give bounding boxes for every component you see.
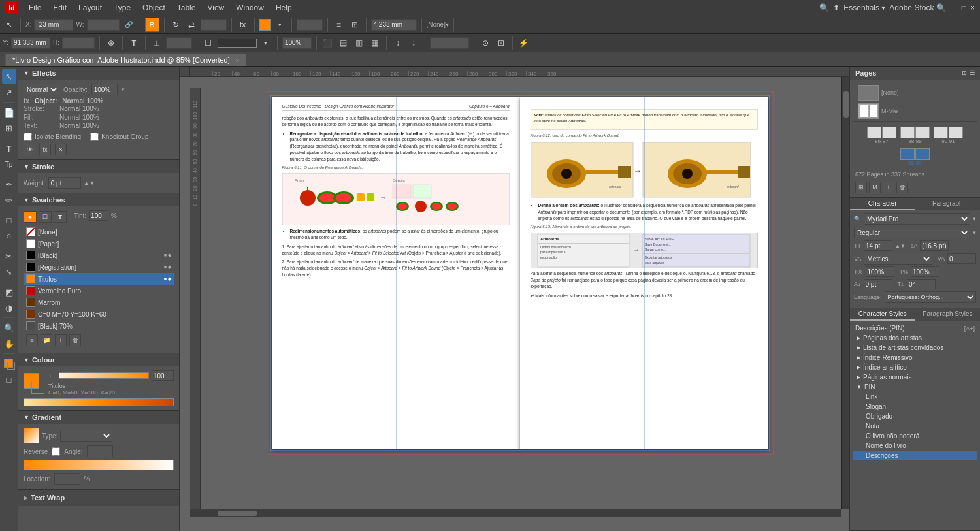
size-arrows[interactable]: ▲▼ [895,243,906,249]
gradient-preview[interactable] [24,428,39,443]
menu-edit[interactable]: Edit [48,2,72,14]
style-livro-nao-podera[interactable]: O livro não poderá [853,431,977,441]
scissors-tool[interactable]: ✂ [2,249,16,263]
gradient-bar[interactable] [24,460,174,470]
spread-9293[interactable]: 92-93 [900,148,930,166]
char-styles-tab[interactable]: Character Styles [850,308,915,321]
x-input[interactable] [34,19,73,31]
gradient-loc-input[interactable] [54,473,80,485]
selection-tool-btn[interactable]: ↖ [2,69,16,84]
swatch-new[interactable]: + [55,334,67,346]
master-mmie-row[interactable]: M-Mie [855,102,975,120]
adobe-stock-search[interactable]: Adobe Stock 🔍 [889,3,945,12]
type-on-path[interactable]: Tp [2,157,16,171]
pages-panel-header[interactable]: Pages ⊡ ☰ [850,67,980,80]
effects-header[interactable]: ▼ Effects [18,67,179,80]
swatch-titulos[interactable]: Titulos ■ ◆ [24,273,174,285]
pages-edit-spreads[interactable]: ⊞ [855,182,867,193]
frame-icon[interactable]: ⊡ [495,37,508,50]
rotate-icon[interactable]: ↻ [169,18,182,31]
pages-new-master[interactable]: M [869,182,881,193]
swatch-cmyk[interactable]: C=0 M=70 Y=100 K=60 [24,308,174,320]
swatches-header[interactable]: ▼ Swatches [18,193,179,206]
skew-input[interactable] [907,279,936,289]
h-input[interactable] [62,37,95,49]
colour-spectrum-bar[interactable] [24,398,174,406]
scroll-bar-v[interactable] [841,77,849,509]
pages-new-page[interactable]: + [883,182,894,193]
style-folder-paginas-artistas[interactable]: ▶ Páginas dos artistas [853,333,977,343]
gradient-header[interactable]: ▼ Gradient [18,411,179,424]
swatch-stroke-btn[interactable]: ☐ [39,211,52,223]
size-input[interactable] [371,19,417,31]
rectangle-tool[interactable]: □ [2,213,16,227]
color-theme-tool[interactable]: ◑ [2,300,16,315]
canvas-scroll[interactable]: 0 · 10 · 20 · 30 · 40 · 50 · 60 · 70 · 8… [190,77,849,517]
style-nota[interactable]: Nota [853,421,977,431]
zoom-input[interactable] [282,37,312,49]
effects-clear[interactable]: ✕ [55,144,67,155]
align-center-icon[interactable]: ▤ [337,37,350,50]
spread-8889[interactable]: 88-89 [900,127,930,144]
isolate-blending-checkbox[interactable]: Isolate Blending [24,133,81,141]
menu-table[interactable]: Table [172,2,201,14]
opacity-input[interactable] [91,84,118,95]
pen-tool[interactable]: ✒ [2,177,16,191]
fill-arrow[interactable]: ▾ [274,18,287,31]
gradient-type-select[interactable] [60,430,112,442]
fill-gradient-bar[interactable] [59,372,149,379]
knockout-group-checkbox[interactable]: Knockout Group [90,133,148,141]
font-arrow[interactable]: ▾ [973,216,976,222]
view-mode[interactable]: □ [2,372,16,387]
pencil-tool[interactable]: ✏ [2,193,16,207]
fill-color-input[interactable] [152,370,174,381]
style-slogan[interactable]: Slogan [853,402,977,411]
col-ruler-icon[interactable]: ↕ [391,37,404,50]
distribute-icon[interactable]: ⊞ [348,18,361,31]
fill-indicator[interactable] [2,357,16,371]
text-wrap-section[interactable]: ▶ Text Wrap [18,489,179,506]
y-input[interactable] [11,37,50,49]
background-color[interactable] [31,381,44,394]
style-link[interactable]: Link [853,392,977,402]
font-select[interactable]: Myriad Pro [864,213,970,225]
weight-input[interactable] [48,177,81,189]
direct-selection-tool[interactable]: ↗ [2,85,16,99]
isolate-check[interactable] [24,133,32,141]
pages-menu-icon[interactable]: ☰ [970,70,975,76]
search-icon[interactable]: 🔍 [819,3,829,12]
align-left[interactable]: B [145,18,159,32]
stroke-weight-input[interactable] [430,37,469,49]
swatch-black70[interactable]: [Black] 70% [24,320,174,332]
opacity-arrow[interactable]: ▾ [122,86,125,93]
gradient-reverse-check[interactable] [52,447,60,456]
justify-icon[interactable]: ▦ [368,37,382,50]
stroke-arrow[interactable]: ▾ [259,37,272,50]
lightning-icon[interactable]: ⚡ [517,37,531,50]
swatch-black[interactable]: [Black] ■ ◆ [24,249,174,261]
character-tab[interactable]: Character [850,198,915,210]
fill-swatch[interactable] [259,19,271,31]
page-tool[interactable]: 📄 [2,105,16,120]
window-close[interactable]: × [970,3,975,12]
type-tool-tb[interactable]: T [127,37,140,50]
align-icons[interactable]: ≡ [333,18,346,31]
gap-tool[interactable]: ⊞ [2,121,16,135]
type-tool[interactable]: T [2,141,16,155]
shear-input[interactable] [166,37,192,49]
spread-9091[interactable]: 90-91 [934,127,963,144]
style-folder-lista-artistas[interactable]: ▶ Lista de artistas convidados [853,343,977,353]
effects-edit[interactable]: fx [39,144,51,155]
paragraph-tab[interactable]: Paragraph [915,198,981,210]
style-descricoes-selected[interactable]: Descrições [853,451,977,460]
spread-8687[interactable]: 86-87 [867,127,896,144]
style-folder-indice-analitico[interactable]: ▶ Índice analítico [853,362,977,372]
scroll-bar-h[interactable] [190,509,841,517]
menu-object[interactable]: Object [137,2,171,14]
preview-icon[interactable]: ⊙ [479,37,492,50]
style-folder-indice-remissivo[interactable]: ▶ Índice Remissivo [853,353,977,362]
selection-tool[interactable]: ↖ [3,18,16,31]
swatch-new-group[interactable]: 📁 [41,334,52,346]
share-icon[interactable]: ⬆ [833,3,840,12]
zoom-tool[interactable]: 🔍 [2,321,16,335]
